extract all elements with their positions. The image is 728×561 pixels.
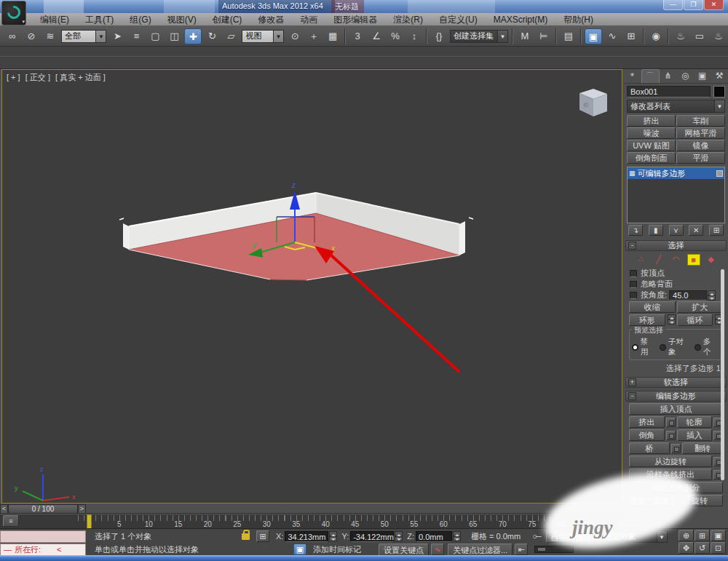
use-pivot-center-icon[interactable]: ⊙ <box>286 28 304 44</box>
curve-editor-icon[interactable]: ∿ <box>604 28 621 44</box>
maximize-viewport-icon[interactable]: ⊡ <box>711 542 726 554</box>
hinge-from-edge-button[interactable]: 从边旋转 <box>629 455 712 467</box>
subobj-border-icon[interactable]: ◠ <box>670 254 683 266</box>
configure-modifier-sets-icon[interactable]: ⊞ <box>709 225 724 236</box>
viewport-pov-menu[interactable]: [ 正交 ] <box>25 73 50 81</box>
rollout-edit-polygons-header[interactable]: - 编辑多边形 <box>625 391 727 402</box>
y-coordinate-field[interactable]: -34.122mm <box>350 531 394 542</box>
make-unique-icon[interactable]: ⋎ <box>669 225 684 236</box>
preview-disable-radio[interactable] <box>632 344 638 351</box>
menu-item[interactable]: 工具(T) <box>77 13 122 26</box>
box-right-cap[interactable] <box>459 221 465 255</box>
tab-hierarchy[interactable]: ⋔ <box>660 69 677 83</box>
set-key-button[interactable]: 设置关键点 <box>379 544 429 556</box>
rollout-soft-selection-header[interactable]: + 软选择 <box>625 377 727 388</box>
orbit-icon[interactable]: ↺ <box>695 542 710 554</box>
angle-snap-icon[interactable]: ∠ <box>368 28 385 44</box>
x-spinner[interactable] <box>329 531 337 541</box>
ribbon-collapsed-strip[interactable] <box>0 47 728 69</box>
viewcube[interactable]: 前 <box>579 89 607 116</box>
default-tangent-icon[interactable]: ∿ <box>431 544 444 555</box>
angle-value-field[interactable]: 45.0 <box>669 290 707 301</box>
select-by-name-icon[interactable]: ≡ <box>127 28 145 44</box>
track-bar[interactable]: 051015202530354045505560657075808590 <box>0 514 624 528</box>
menu-item[interactable]: 修改器 <box>250 13 292 26</box>
absolute-mode-icon[interactable]: ⊞ <box>256 530 269 542</box>
inset-button[interactable]: 插入 <box>677 429 713 441</box>
tab-motion[interactable]: ◎ <box>677 69 695 83</box>
menu-item[interactable]: 动画 <box>292 13 325 26</box>
zoom-all-icon[interactable]: ⊞ <box>695 530 710 541</box>
mini-curve-editor-icon[interactable]: ≡ <box>3 515 19 527</box>
grow-button[interactable]: 扩大 <box>677 301 724 313</box>
perspective-viewport[interactable]: [ + ] [ 正交 ] [ 真实 + 边面 ] z <box>1 69 622 504</box>
mirror-icon[interactable]: M <box>516 28 534 44</box>
object-color-swatch[interactable] <box>713 86 725 98</box>
time-slider-button[interactable]: 0 / 100 <box>8 504 78 514</box>
select-and-link-icon[interactable]: ∞ <box>4 28 21 44</box>
named-selection-sets-select[interactable]: 创建选择集 ▼ <box>450 30 508 43</box>
select-and-move-icon[interactable]: ✚ <box>184 28 202 44</box>
edit-named-selection-sets-icon[interactable]: {} <box>430 28 448 44</box>
pin-stack-icon[interactable]: ↴ <box>628 225 643 236</box>
ring-spinner[interactable] <box>668 314 676 325</box>
key-mode-toggle-icon[interactable]: ⇤ <box>515 544 528 555</box>
insert-vertex-button[interactable]: 插入顶点 <box>629 403 723 415</box>
select-and-manipulate-icon[interactable]: ＋ <box>305 28 323 44</box>
unlink-selection-icon[interactable]: ⊘ <box>23 28 40 44</box>
subobj-edge-icon[interactable]: ╱ <box>652 254 665 266</box>
rendered-frame-icon[interactable]: ▭ <box>691 28 708 44</box>
selection-filter-select[interactable]: 全部 ▼ <box>61 30 106 43</box>
isolate-selection-icon[interactable]: ▣ <box>293 544 306 555</box>
add-time-tag[interactable]: 添加时间标记 <box>313 544 361 555</box>
collapse-icon[interactable]: - <box>628 242 636 250</box>
outline-button[interactable]: 轮廓 <box>677 416 713 428</box>
ring-button[interactable]: 环形 <box>629 314 665 326</box>
bevel-settings-button[interactable] <box>666 431 676 440</box>
bridge-settings-button[interactable] <box>671 444 681 453</box>
key-filters-button[interactable]: 关键点过滤器... <box>448 544 513 556</box>
current-frame-marker[interactable] <box>87 514 92 529</box>
maxscript-listener-field[interactable] <box>0 530 86 543</box>
flip-button[interactable]: 翻转 <box>682 442 723 454</box>
menu-item[interactable]: 视图(V) <box>159 13 205 26</box>
align-icon[interactable]: ⊨ <box>535 28 553 44</box>
menu-item[interactable]: 自定义(U) <box>431 13 486 26</box>
spinner-snap-icon[interactable]: ↕ <box>405 28 423 44</box>
collapse-icon[interactable]: - <box>628 392 636 400</box>
select-and-rotate-icon[interactable]: ↻ <box>203 28 221 44</box>
menu-item[interactable]: 编辑(E) <box>32 13 77 26</box>
z-coordinate-field[interactable]: 0.0mm <box>416 531 452 542</box>
preview-subobj-radio[interactable] <box>660 344 666 351</box>
remove-modifier-icon[interactable]: ✕ <box>689 225 703 236</box>
reference-coordinate-select[interactable]: 视图 ▼ <box>242 30 284 43</box>
modifier-button[interactable]: 车削 <box>676 115 725 127</box>
box-left-cap[interactable] <box>123 223 129 250</box>
panel-scrollbar[interactable] <box>721 269 724 480</box>
show-end-result-icon[interactable]: ▮ <box>649 225 663 236</box>
loop-button[interactable]: 循环 <box>677 314 713 326</box>
subobj-polygon-icon[interactable]: ■ <box>687 254 700 266</box>
y-spinner[interactable] <box>395 531 403 541</box>
layer-manager-icon[interactable]: ▤ <box>560 28 577 44</box>
application-menu-button[interactable]: ▾ <box>1 1 26 25</box>
tab-utilities[interactable]: ⚒ <box>711 69 728 83</box>
menu-item[interactable]: 帮助(H) <box>555 13 601 26</box>
time-back-arrow[interactable]: < <box>0 504 8 514</box>
keyboard-override-icon[interactable]: ▦ <box>324 28 341 44</box>
modifier-button[interactable]: 网格平滑 <box>676 127 725 139</box>
tab-display[interactable]: ▣ <box>694 69 711 83</box>
pan-icon[interactable]: ✥ <box>678 542 694 554</box>
selection-lock-icon[interactable] <box>242 533 250 540</box>
modifier-button[interactable]: 镜像 <box>676 140 725 151</box>
extrude-settings-button[interactable] <box>666 418 676 427</box>
object-name-field[interactable]: Box001 <box>627 86 711 98</box>
by-angle-checkbox[interactable] <box>630 292 637 299</box>
select-object-icon[interactable]: ➤ <box>108 28 126 44</box>
viewport-shading-menu[interactable]: [ 真实 + 边面 ] <box>55 73 106 81</box>
menu-item[interactable]: 渲染(R) <box>385 13 431 26</box>
bind-to-space-warp-icon[interactable]: ≋ <box>41 28 59 44</box>
maxscript-mini-listener[interactable]: — 所在行: < <box>0 544 86 556</box>
time-forward-arrow[interactable]: > <box>78 504 86 514</box>
rectangular-selection-icon[interactable]: ▢ <box>146 28 164 44</box>
